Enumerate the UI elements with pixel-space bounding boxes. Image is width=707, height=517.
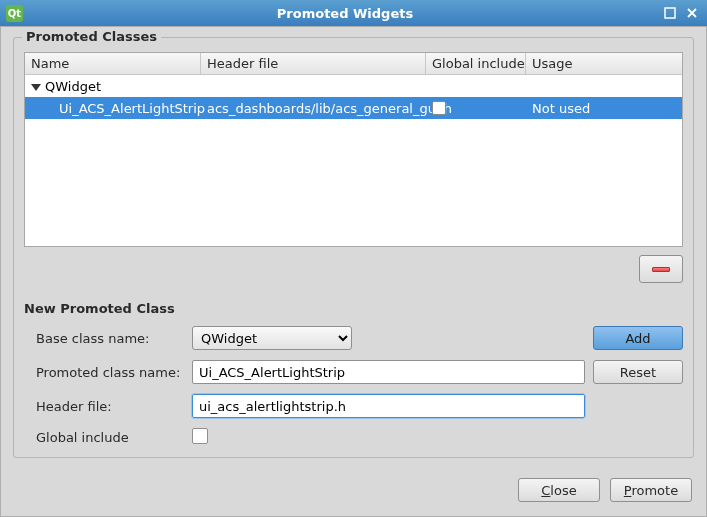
column-header[interactable]: Header file bbox=[201, 53, 426, 74]
base-class-combo[interactable]: QWidget bbox=[192, 326, 352, 350]
label-base: Base class name: bbox=[24, 331, 184, 346]
svg-text:Qt: Qt bbox=[8, 8, 22, 19]
tree-global-checkbox[interactable] bbox=[432, 101, 446, 115]
tree-parent-label: QWidget bbox=[45, 79, 101, 94]
tree-row-parent[interactable]: QWidget bbox=[25, 75, 682, 97]
column-name[interactable]: Name bbox=[25, 53, 201, 74]
titlebar: Qt Promoted Widgets bbox=[0, 0, 707, 26]
promoted-classes-tree[interactable]: Name Header file Global include Usage QW… bbox=[24, 52, 683, 247]
label-global: Global include bbox=[24, 430, 184, 445]
tree-cell-name: Ui_ACS_AlertLightStrip bbox=[31, 97, 207, 119]
label-header: Header file: bbox=[24, 399, 184, 414]
minus-icon bbox=[652, 267, 670, 272]
global-include-checkbox[interactable] bbox=[192, 428, 208, 444]
tree-cell-usage: Not used bbox=[532, 97, 682, 119]
close-icon[interactable] bbox=[683, 5, 701, 21]
promoted-class-input[interactable] bbox=[192, 360, 585, 384]
new-class-title: New Promoted Class bbox=[24, 301, 683, 316]
tree-cell-header: acs_dashboards/lib/acs_general_gui.h bbox=[207, 97, 432, 119]
remove-button[interactable] bbox=[639, 255, 683, 283]
tree-cell-global[interactable] bbox=[432, 97, 532, 119]
promoted-classes-title: Promoted Classes bbox=[22, 29, 161, 44]
svg-rect-2 bbox=[665, 8, 675, 18]
window-title: Promoted Widgets bbox=[29, 6, 661, 21]
column-usage[interactable]: Usage bbox=[526, 53, 682, 74]
label-promoted: Promoted class name: bbox=[24, 365, 184, 380]
add-button[interactable]: Add bbox=[593, 326, 683, 350]
window-body: Promoted Classes Name Header file Global… bbox=[0, 26, 707, 517]
new-promoted-class-section: New Promoted Class Base class name: QWid… bbox=[24, 301, 683, 447]
promoted-classes-group: Promoted Classes Name Header file Global… bbox=[13, 37, 694, 458]
header-file-input[interactable] bbox=[192, 394, 585, 418]
tree-header: Name Header file Global include Usage bbox=[25, 53, 682, 75]
chevron-down-icon[interactable] bbox=[31, 84, 41, 91]
dialog-footer: Close Promote bbox=[518, 478, 692, 502]
close-button[interactable]: Close bbox=[518, 478, 600, 502]
maximize-icon[interactable] bbox=[661, 5, 679, 21]
reset-button[interactable]: Reset bbox=[593, 360, 683, 384]
tree-row-child[interactable]: Ui_ACS_AlertLightStrip acs_dashboards/li… bbox=[25, 97, 682, 119]
promote-button[interactable]: Promote bbox=[610, 478, 692, 502]
qt-icon: Qt bbox=[6, 5, 23, 22]
column-global[interactable]: Global include bbox=[426, 53, 526, 74]
